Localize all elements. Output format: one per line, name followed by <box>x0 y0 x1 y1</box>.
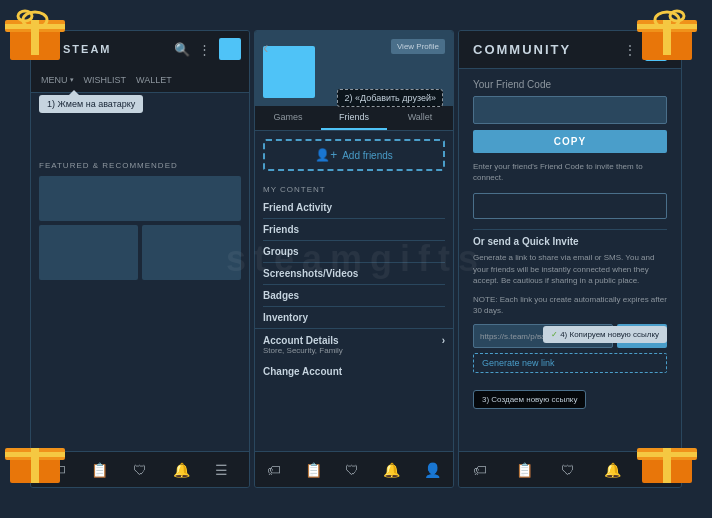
svg-rect-19 <box>637 452 697 457</box>
community-panel: COMMUNITY ⋮ Your Friend Code COPY Enter … <box>458 30 682 488</box>
profile-avatar[interactable] <box>263 46 315 98</box>
account-title[interactable]: Account Details › <box>263 335 445 346</box>
tab-wallet[interactable]: Wallet <box>387 106 453 130</box>
profile-bottom-shield[interactable]: 🛡 <box>345 462 359 478</box>
quick-invite-description: Generate a link to share via email or SM… <box>473 252 667 286</box>
featured-items <box>39 176 241 280</box>
friend-code-label: Your Friend Code <box>473 79 667 90</box>
tab-friends[interactable]: Friends <box>321 106 387 130</box>
bottom-icon-menu[interactable]: ☰ <box>215 462 228 478</box>
featured-item-1 <box>39 225 138 280</box>
generate-link-button[interactable]: Generate new link <box>473 353 667 373</box>
content-item-friend-activity[interactable]: Friend Activity <box>263 197 445 219</box>
change-account-item[interactable]: Change Account <box>255 361 453 382</box>
profile-bottom-list[interactable]: 📋 <box>305 462 322 478</box>
invite-description: Enter your friend's Friend Code to invit… <box>473 161 667 183</box>
nav-item-wishlist[interactable]: WISHLIST <box>80 73 131 87</box>
featured-item-2 <box>142 225 241 280</box>
profile-bottom-tag[interactable]: 🏷 <box>267 462 281 478</box>
profile-bottom-bar: 🏷 📋 🛡 🔔 👤 <box>255 451 453 487</box>
my-content-label: MY CONTENT <box>255 179 453 197</box>
profile-bottom-bell[interactable]: 🔔 <box>383 462 400 478</box>
menu-icon[interactable]: ⋮ <box>198 42 211 57</box>
content-item-inventory[interactable]: Inventory <box>263 307 445 328</box>
add-friends-section: 👤+ Add friends <box>255 131 453 179</box>
gift-bottom-right <box>632 438 712 518</box>
comm-bottom-list[interactable]: 📋 <box>516 462 533 478</box>
step1-tooltip: 1) Жмем на аватарку <box>39 95 143 113</box>
comm-bottom-shield[interactable]: 🛡 <box>561 462 575 478</box>
add-friends-button[interactable]: 👤+ Add friends <box>263 139 445 171</box>
note-text: NOTE: Each link you create automatically… <box>473 294 667 316</box>
gift-top-left <box>0 0 80 80</box>
view-profile-button[interactable]: View Profile <box>391 39 445 54</box>
divider <box>473 229 667 230</box>
profile-tabs: Games Friends Wallet <box>255 106 453 131</box>
community-title: COMMUNITY <box>473 42 571 57</box>
bottom-icon-bell[interactable]: 🔔 <box>173 462 190 478</box>
profile-panel: ‹ View Profile 2) «Добавить друзей» Game… <box>254 30 454 488</box>
search-icon[interactable]: 🔍 <box>174 42 190 57</box>
gift-top-right <box>632 0 712 80</box>
comm-bottom-tag[interactable]: 🏷 <box>473 462 487 478</box>
content-item-badges[interactable]: Badges <box>263 285 445 307</box>
content-item-screenshots[interactable]: Screenshots/Videos <box>263 263 445 285</box>
account-section: Account Details › Store, Security, Famil… <box>255 328 453 361</box>
content-item-friends[interactable]: Friends <box>263 219 445 241</box>
svg-rect-15 <box>5 452 65 457</box>
add-icon: 👤+ <box>315 148 337 162</box>
step4-tooltip: ✓ 4) Копируем новую ссылку <box>543 326 667 343</box>
featured-label: FEATURED & RECOMMENDED <box>39 161 241 170</box>
bottom-icon-list[interactable]: 📋 <box>91 462 108 478</box>
steam-content-area: FEATURED & RECOMMENDED <box>31 93 249 288</box>
comm-bottom-bell[interactable]: 🔔 <box>604 462 621 478</box>
friend-code-input[interactable] <box>473 96 667 124</box>
step2-tooltip: 2) «Добавить друзей» <box>337 89 443 107</box>
nav-item-wallet[interactable]: WALLET <box>132 73 176 87</box>
enter-code-input[interactable] <box>473 193 667 219</box>
back-button[interactable]: ‹ <box>263 39 268 57</box>
content-item-groups[interactable]: Groups <box>263 241 445 263</box>
steam-client-panel: STEAM 🔍 ⋮ MENU ▾ WISHLIST WALLET 1) Жмем… <box>30 30 250 488</box>
gift-bottom-left <box>0 438 80 518</box>
profile-bottom-user[interactable]: 👤 <box>424 462 441 478</box>
steam-avatar-topbar[interactable] <box>219 38 241 60</box>
copy-friend-code-button[interactable]: COPY <box>473 130 667 153</box>
tab-games[interactable]: Games <box>255 106 321 130</box>
step3-tooltip: 3) Создаем новую ссылку <box>473 390 586 409</box>
account-subtitle: Store, Security, Family <box>263 346 445 355</box>
bottom-icon-shield[interactable]: 🛡 <box>133 462 147 478</box>
featured-item-large <box>39 176 241 221</box>
quick-invite-title: Or send a Quick Invite <box>473 236 667 247</box>
content-list: Friend Activity Friends Groups Screensho… <box>255 197 453 328</box>
